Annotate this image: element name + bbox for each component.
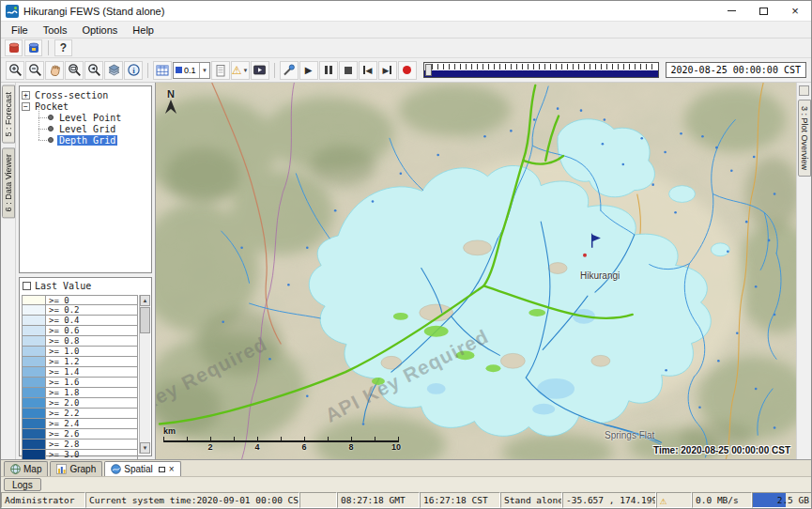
time-slider[interactable]: [423, 62, 659, 78]
tab-map[interactable]: Map: [4, 461, 48, 476]
menu-file[interactable]: File: [4, 23, 36, 37]
tree: +Cross-section−PocketLevel PointLevel Gr…: [19, 85, 152, 273]
tab-spatial[interactable]: Spatial ×: [104, 461, 180, 476]
main-toolbar: ?: [1, 39, 811, 58]
legend-row: >= 1.6: [22, 378, 138, 388]
legend-row: >= 2.0: [22, 398, 138, 409]
legend-swatch: [22, 326, 46, 336]
tree-item[interactable]: Level Grid: [37, 123, 149, 134]
map-canvas[interactable]: N API Key Required API Key Required Hiku…: [155, 83, 796, 459]
logs-button[interactable]: Logs: [4, 478, 41, 491]
status-spacer: [299, 492, 337, 508]
legend-label: >= 2.8: [46, 440, 138, 450]
maximize-icon: [759, 8, 768, 15]
info-button[interactable]: i: [124, 61, 143, 80]
tab-spatial-label: Spatial: [124, 464, 153, 474]
zoom-box-button[interactable]: [65, 61, 84, 80]
database-button[interactable]: [5, 39, 23, 56]
menu-options[interactable]: Options: [74, 23, 125, 37]
expand-icon[interactable]: +: [22, 91, 30, 100]
legend-panel: Last Value >= 0>= 0.2>= 0.4>= 0.6>= 0.8>…: [19, 277, 152, 456]
tab-graph[interactable]: Graph: [50, 461, 102, 476]
legend-swatch: [22, 440, 46, 450]
last-value-checkbox[interactable]: [23, 282, 31, 290]
legend-header-label: Last Value: [35, 281, 91, 291]
record-button[interactable]: [398, 61, 417, 80]
animation-export-button[interactable]: [251, 61, 269, 80]
profile-document-button[interactable]: [211, 61, 230, 80]
minimize-button[interactable]: [715, 1, 747, 21]
play-button[interactable]: ▶: [299, 61, 318, 80]
layers-button[interactable]: [104, 61, 123, 80]
toolbar-separator: [48, 40, 49, 55]
legend-label: >= 1.6: [46, 378, 138, 388]
menu-help[interactable]: Help: [125, 23, 161, 37]
warning-icon: ⚠: [232, 65, 242, 76]
play-icon: ▶: [305, 65, 313, 75]
zoom-previous-button[interactable]: [84, 61, 103, 80]
menu-tools[interactable]: Tools: [36, 23, 75, 37]
zoom-in-button[interactable]: [6, 61, 24, 80]
legend-header: Last Value: [20, 278, 151, 293]
dropper-icon: [282, 63, 296, 77]
time-slider-handle[interactable]: [425, 64, 432, 76]
close-button[interactable]: ×: [779, 1, 811, 21]
combo-dropdown-button[interactable]: ▼: [199, 63, 209, 78]
pin-icon[interactable]: [799, 85, 809, 96]
stop-icon: [345, 67, 352, 74]
skip-forward-icon: ▶: [383, 66, 392, 75]
legend-scrollbar[interactable]: ▲ ▼: [139, 295, 150, 454]
archive-button[interactable]: [24, 39, 42, 56]
database-icon: [8, 41, 21, 54]
legend-label: >= 0.4: [46, 316, 138, 326]
stop-button[interactable]: [339, 61, 358, 80]
legend-swatch: [22, 450, 46, 460]
warnings-button[interactable]: ⚠▼: [231, 61, 250, 80]
tree-item-label[interactable]: Cross-section: [33, 90, 110, 100]
legend-label: >= 3.0: [46, 450, 138, 460]
scroll-down-icon[interactable]: ▼: [140, 442, 150, 454]
app-window: Hikurangi FEWS (Stand alone) × File Tool…: [0, 0, 812, 509]
tree-item[interactable]: Level Point: [37, 112, 149, 123]
legend-swatch: [22, 357, 46, 367]
pan-button[interactable]: [45, 61, 64, 80]
measure-button[interactable]: [280, 61, 299, 80]
tree-item-label[interactable]: Depth Grid: [57, 135, 117, 146]
legend-swatch: [22, 316, 46, 326]
legend-label: >= 0.8: [46, 336, 138, 347]
toolbar-separator: [274, 63, 275, 78]
window-title: Hikurangi FEWS (Stand alone): [23, 6, 715, 17]
grid-display-button[interactable]: [153, 61, 172, 80]
tree-item-label[interactable]: Level Grid: [57, 124, 117, 134]
tree-item[interactable]: −Pocket: [22, 100, 149, 112]
zoom-in-icon: [8, 63, 23, 77]
close-tab-icon[interactable]: ×: [169, 465, 175, 474]
status-gmt-time: 08:27:18 GMT: [337, 492, 420, 508]
sidebar-tab-plot-overview[interactable]: 3 : Plot Overview: [798, 100, 811, 177]
undock-tab-icon[interactable]: [159, 467, 165, 472]
zoom-previous-icon: [87, 63, 101, 77]
globe-icon: [10, 464, 21, 474]
scrollbar-thumb[interactable]: [140, 307, 150, 333]
sidebar-tab-data-viewer[interactable]: 6 : Data Viewer: [2, 147, 15, 218]
scroll-up-icon[interactable]: ▲: [140, 295, 150, 306]
chart-icon: [56, 464, 67, 474]
legend-row: >= 1.4: [22, 367, 138, 378]
tree-item[interactable]: Depth Grid: [37, 134, 149, 146]
maximize-button[interactable]: [747, 1, 779, 21]
collapse-icon[interactable]: −: [22, 102, 30, 111]
status-warning-cell[interactable]: ⚠: [656, 492, 692, 508]
pause-button[interactable]: [319, 61, 338, 80]
node-bullet-icon: [48, 115, 54, 120]
zoom-out-button[interactable]: [25, 61, 44, 80]
sidebar-tab-forecast[interactable]: 5 : Forecast: [2, 85, 15, 144]
tree-item[interactable]: +Cross-section: [22, 89, 149, 100]
threshold-combo[interactable]: 0.1 ▼: [173, 62, 210, 79]
legend-swatch: [22, 398, 46, 409]
tree-item-label[interactable]: Level Point: [57, 113, 123, 123]
skip-back-button[interactable]: ◀: [359, 61, 377, 80]
skip-forward-button[interactable]: ▶: [378, 61, 397, 80]
help-button[interactable]: ?: [54, 39, 72, 56]
map-toolbar: i 0.1 ▼ ⚠▼: [1, 58, 811, 83]
legend-swatch: [22, 419, 46, 429]
